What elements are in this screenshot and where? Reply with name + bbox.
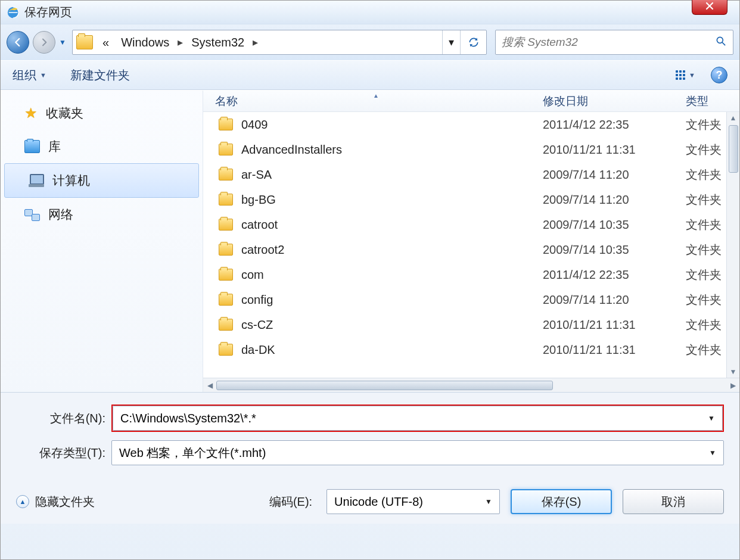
column-type[interactable]: 类型 [686, 94, 739, 109]
table-row[interactable]: com2011/4/12 22:35文件夹 [203, 262, 739, 287]
sidebar-item-computer[interactable]: 计算机 [4, 163, 199, 198]
encoding-combo[interactable]: ▼ [327, 489, 500, 514]
chevron-down-icon[interactable]: ▼ [485, 497, 492, 506]
sort-asc-icon: ▲ [373, 92, 379, 99]
chevron-right-icon[interactable]: ▸ [250, 36, 260, 49]
table-row[interactable]: da-DK2010/11/21 11:31文件夹 [203, 337, 739, 362]
address-dropdown[interactable]: ▾ [442, 30, 460, 54]
row-date: 2010/11/21 11:31 [543, 343, 686, 357]
organize-label: 组织 [13, 67, 36, 83]
folder-icon [219, 144, 233, 155]
table-row[interactable]: cs-CZ2010/11/21 11:31文件夹 [203, 312, 739, 337]
forward-button[interactable] [33, 31, 55, 54]
scrollbar-thumb[interactable] [729, 125, 738, 173]
hide-folders-toggle[interactable]: ▲ 隐藏文件夹 [16, 494, 95, 510]
libraries-icon [24, 140, 40, 153]
folder-icon [219, 344, 233, 356]
sidebar-item-label: 收藏夹 [46, 105, 83, 122]
chevron-down-icon[interactable]: ▼ [709, 449, 716, 457]
search-box[interactable] [495, 30, 733, 55]
row-name: AdvancedInstallers [241, 143, 543, 157]
toolbar: 组织 ▼ 新建文件夹 ▼ ? [1, 60, 739, 90]
sidebar: ★ 收藏夹 库 计算机 网络 [1, 91, 203, 392]
scroll-left-icon[interactable]: ◀ [203, 381, 216, 390]
row-date: 2010/11/21 11:31 [543, 143, 686, 157]
row-date: 2009/7/14 11:20 [543, 293, 686, 307]
column-name[interactable]: ▲名称 [203, 94, 543, 109]
row-name: 0409 [241, 118, 543, 132]
breadcrumb-segment-system32[interactable]: System32 [185, 30, 250, 54]
cancel-button[interactable]: 取消 [623, 489, 724, 514]
row-date: 2009/7/14 11:20 [543, 193, 686, 207]
row-name: bg-BG [241, 193, 543, 207]
star-icon: ★ [24, 105, 38, 122]
column-headers: ▲名称 修改日期 类型 [203, 91, 739, 112]
search-input[interactable] [502, 36, 715, 49]
refresh-button[interactable] [460, 30, 486, 54]
back-button[interactable] [7, 31, 29, 54]
chevron-down-icon[interactable]: ▼ [708, 414, 715, 422]
folder-icon [219, 319, 233, 331]
file-list: ▲名称 修改日期 类型 04092011/4/12 22:35文件夹Advanc… [203, 91, 739, 392]
svg-point-1 [717, 37, 723, 43]
folder-icon [219, 194, 233, 206]
sidebar-item-label: 库 [48, 138, 61, 155]
save-type-combo[interactable]: ▼ [111, 440, 724, 465]
organize-menu[interactable]: 组织 ▼ [13, 67, 46, 83]
sidebar-item-label: 计算机 [52, 172, 90, 189]
sidebar-item-libraries[interactable]: 库 [1, 130, 203, 163]
row-name: com [241, 268, 543, 282]
column-date[interactable]: 修改日期 [543, 94, 686, 109]
horizontal-scrollbar[interactable]: ◀ ▶ [203, 378, 739, 392]
computer-icon [29, 174, 44, 187]
row-date: 2010/11/21 11:31 [543, 318, 686, 332]
folder-icon [219, 119, 233, 130]
vertical-scrollbar[interactable]: ▲ ▼ [726, 112, 739, 378]
folder-icon [219, 169, 233, 181]
address-bar[interactable]: « Windows ▸ System32 ▸ ▾ [72, 30, 487, 55]
folder-icon [219, 269, 233, 281]
dialog-title: 保存网页 [24, 4, 72, 20]
scroll-right-icon[interactable]: ▶ [726, 381, 739, 390]
table-row[interactable]: ar-SA2009/7/14 11:20文件夹 [203, 162, 739, 187]
sidebar-item-favorites[interactable]: ★ 收藏夹 [1, 97, 203, 130]
filename-combo[interactable]: ▼ [113, 406, 723, 431]
new-folder-label: 新建文件夹 [70, 67, 130, 83]
view-mode-button[interactable]: ▼ [676, 70, 695, 80]
history-dropdown[interactable]: ▼ [59, 38, 69, 46]
breadcrumb-segment-windows[interactable]: Windows [115, 30, 175, 54]
row-date: 2011/4/12 22:35 [543, 118, 686, 132]
chevron-up-icon: ▲ [16, 495, 29, 508]
table-row[interactable]: catroot22009/7/14 10:35文件夹 [203, 237, 739, 262]
table-row[interactable]: AdvancedInstallers2010/11/21 11:31文件夹 [203, 137, 739, 162]
new-folder-button[interactable]: 新建文件夹 [70, 67, 130, 83]
row-name: config [241, 293, 543, 307]
close-button[interactable] [692, 0, 727, 15]
table-row[interactable]: catroot2009/7/14 10:35文件夹 [203, 212, 739, 237]
row-date: 2009/7/14 10:35 [543, 243, 686, 257]
row-name: da-DK [241, 343, 543, 357]
navigation-row: ▼ « Windows ▸ System32 ▸ ▾ [1, 24, 739, 60]
row-date: 2009/7/14 11:20 [543, 168, 686, 182]
row-name: catroot [241, 218, 543, 232]
scroll-up-icon[interactable]: ▲ [730, 112, 737, 124]
sidebar-item-network[interactable]: 网络 [1, 198, 203, 231]
row-date: 2009/7/14 10:35 [543, 218, 686, 232]
row-name: catroot2 [241, 243, 543, 257]
breadcrumb-chevrons[interactable]: « [97, 30, 115, 54]
save-button[interactable]: 保存(S) [511, 489, 612, 514]
table-row[interactable]: 04092011/4/12 22:35文件夹 [203, 112, 739, 137]
chevron-right-icon[interactable]: ▸ [175, 36, 185, 49]
folder-icon [76, 35, 93, 49]
scroll-down-icon[interactable]: ▼ [730, 366, 737, 378]
table-row[interactable]: config2009/7/14 11:20文件夹 [203, 287, 739, 312]
filename-label: 文件名(N): [16, 410, 105, 427]
filename-input[interactable] [120, 412, 708, 425]
help-button[interactable]: ? [711, 67, 727, 83]
folder-icon [219, 294, 233, 306]
table-row[interactable]: bg-BG2009/7/14 11:20文件夹 [203, 187, 739, 212]
search-icon[interactable] [715, 35, 727, 50]
save-type-label: 保存类型(T): [16, 445, 105, 461]
ie-icon [7, 6, 20, 19]
scrollbar-thumb[interactable] [216, 381, 553, 390]
